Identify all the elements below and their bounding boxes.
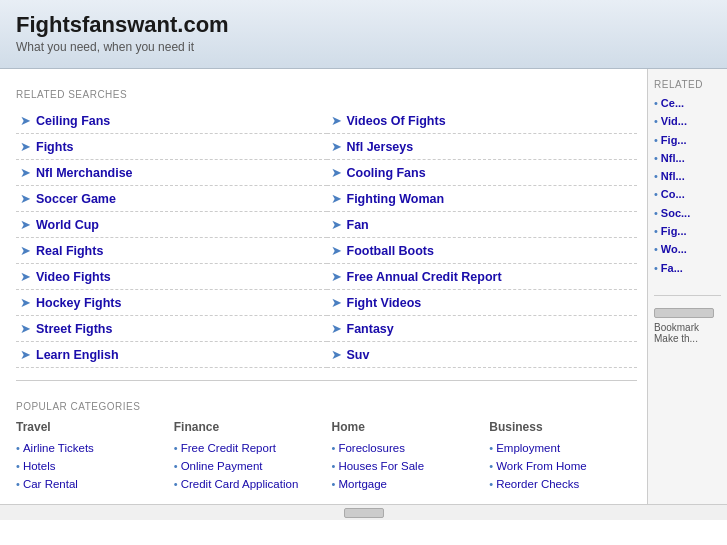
- related-link[interactable]: Nfl Jerseys: [347, 140, 414, 154]
- related-link[interactable]: Real Fights: [36, 244, 103, 258]
- category-link[interactable]: Houses For Sale: [338, 460, 424, 472]
- arrow-icon: ➤: [331, 165, 342, 180]
- list-item: ➤ Football Boots: [327, 238, 638, 264]
- related-link[interactable]: Fights: [36, 140, 74, 154]
- related-link[interactable]: Hockey Fights: [36, 296, 121, 310]
- category-finance-title: Finance: [174, 420, 322, 434]
- arrow-icon: ➤: [20, 347, 31, 362]
- category-business-title: Business: [489, 420, 637, 434]
- site-subtitle: What you need, when you need it: [16, 40, 711, 54]
- arrow-icon: ➤: [331, 321, 342, 336]
- category-home-title: Home: [332, 420, 480, 434]
- related-link[interactable]: Fight Videos: [347, 296, 422, 310]
- category-link[interactable]: Online Payment: [181, 460, 263, 472]
- category-link[interactable]: Airline Tickets: [23, 442, 94, 454]
- bullet-icon: •: [654, 262, 658, 274]
- category-link[interactable]: Hotels: [23, 460, 56, 472]
- list-item: ➤ Real Fights: [16, 238, 327, 264]
- sidebar-link[interactable]: Nfl...: [661, 151, 685, 165]
- list-item: • Fa...: [654, 261, 721, 275]
- main-container: RELATED SEARCHES ➤ Ceiling Fans ➤ Fights…: [0, 69, 727, 504]
- sidebar-link[interactable]: Wo...: [661, 242, 687, 256]
- arrow-icon: ➤: [20, 321, 31, 336]
- related-right-col: ➤ Videos Of Fights ➤ Nfl Jerseys ➤ Cooli…: [327, 108, 638, 368]
- category-link[interactable]: Car Rental: [23, 478, 78, 490]
- arrow-icon: ➤: [331, 243, 342, 258]
- category-link[interactable]: Free Credit Report: [181, 442, 276, 454]
- sidebar-link[interactable]: Fa...: [661, 261, 683, 275]
- h-scrollbar-thumb[interactable]: [344, 508, 384, 518]
- related-link[interactable]: Free Annual Credit Report: [347, 270, 502, 284]
- category-link[interactable]: Credit Card Application: [181, 478, 299, 490]
- related-link[interactable]: Suv: [347, 348, 370, 362]
- list-item: • Vid...: [654, 114, 721, 128]
- list-item: ➤ Fantasy: [327, 316, 638, 342]
- list-item: ➤ Fight Videos: [327, 290, 638, 316]
- arrow-icon: ➤: [331, 139, 342, 154]
- list-item: ➤ Learn English: [16, 342, 327, 368]
- make-label: Make th...: [654, 333, 721, 344]
- list-item: • Nfl...: [654, 151, 721, 165]
- list-item: ➤ Fan: [327, 212, 638, 238]
- right-sidebar: RELATED • Ce... • Vid... • Fig... • Nfl.…: [647, 69, 727, 504]
- list-item: • Co...: [654, 187, 721, 201]
- sidebar-link[interactable]: Ce...: [661, 96, 684, 110]
- arrow-icon: ➤: [20, 113, 31, 128]
- categories-grid: Travel Airline Tickets Hotels Car Rental…: [16, 420, 637, 494]
- sidebar-link[interactable]: Vid...: [661, 114, 687, 128]
- sidebar-link[interactable]: Soc...: [661, 206, 690, 220]
- arrow-icon: ➤: [20, 165, 31, 180]
- list-item: ➤ Soccer Game: [16, 186, 327, 212]
- arrow-icon: ➤: [20, 295, 31, 310]
- bullet-icon: •: [654, 97, 658, 109]
- scrollbar-thumb[interactable]: [654, 308, 714, 318]
- bullet-icon: •: [654, 134, 658, 146]
- category-link[interactable]: Reorder Checks: [496, 478, 579, 490]
- related-link[interactable]: Nfl Merchandise: [36, 166, 133, 180]
- category-travel: Travel Airline Tickets Hotels Car Rental: [16, 420, 164, 494]
- related-link[interactable]: Videos Of Fights: [347, 114, 446, 128]
- arrow-icon: ➤: [331, 191, 342, 206]
- list-item: ➤ Fighting Woman: [327, 186, 638, 212]
- related-link[interactable]: Video Fights: [36, 270, 111, 284]
- related-link[interactable]: World Cup: [36, 218, 99, 232]
- list-item: ➤ Cooling Fans: [327, 160, 638, 186]
- sidebar-link[interactable]: Nfl...: [661, 169, 685, 183]
- list-item: ➤ Videos Of Fights: [327, 108, 638, 134]
- sidebar-link[interactable]: Co...: [661, 187, 685, 201]
- category-link[interactable]: Foreclosures: [338, 442, 404, 454]
- list-item: ➤ Hockey Fights: [16, 290, 327, 316]
- sidebar-link[interactable]: Fig...: [661, 224, 687, 238]
- arrow-icon: ➤: [20, 243, 31, 258]
- category-link[interactable]: Mortgage: [338, 478, 387, 490]
- related-link[interactable]: Street Figths: [36, 322, 112, 336]
- related-link[interactable]: Ceiling Fans: [36, 114, 110, 128]
- category-link[interactable]: Employment: [496, 442, 560, 454]
- left-content: RELATED SEARCHES ➤ Ceiling Fans ➤ Fights…: [0, 69, 647, 504]
- category-link[interactable]: Work From Home: [496, 460, 587, 472]
- related-link[interactable]: Football Boots: [347, 244, 435, 258]
- sidebar-link[interactable]: Fig...: [661, 133, 687, 147]
- sidebar-related-label: RELATED: [654, 79, 721, 90]
- category-business: Business Employment Work From Home Reord…: [489, 420, 637, 494]
- list-item: • Ce...: [654, 96, 721, 110]
- related-link[interactable]: Fan: [347, 218, 369, 232]
- related-link[interactable]: Fighting Woman: [347, 192, 445, 206]
- arrow-icon: ➤: [20, 139, 31, 154]
- list-item: ➤ Nfl Merchandise: [16, 160, 327, 186]
- related-link[interactable]: Soccer Game: [36, 192, 116, 206]
- header: Fightsfanswant.com What you need, when y…: [0, 0, 727, 69]
- related-link[interactable]: Cooling Fans: [347, 166, 426, 180]
- list-item: ➤ Video Fights: [16, 264, 327, 290]
- bullet-icon: •: [654, 170, 658, 182]
- arrow-icon: ➤: [331, 347, 342, 362]
- related-left-col: ➤ Ceiling Fans ➤ Fights ➤ Nfl Merchandis…: [16, 108, 327, 368]
- related-link[interactable]: Fantasy: [347, 322, 394, 336]
- arrow-icon: ➤: [20, 217, 31, 232]
- related-link[interactable]: Learn English: [36, 348, 119, 362]
- sidebar-bookmark-area: Bookmark Make th...: [654, 295, 721, 344]
- arrow-icon: ➤: [20, 191, 31, 206]
- site-title: Fightsfanswant.com: [16, 12, 711, 38]
- arrow-icon: ➤: [331, 295, 342, 310]
- horizontal-scrollbar[interactable]: [0, 504, 727, 520]
